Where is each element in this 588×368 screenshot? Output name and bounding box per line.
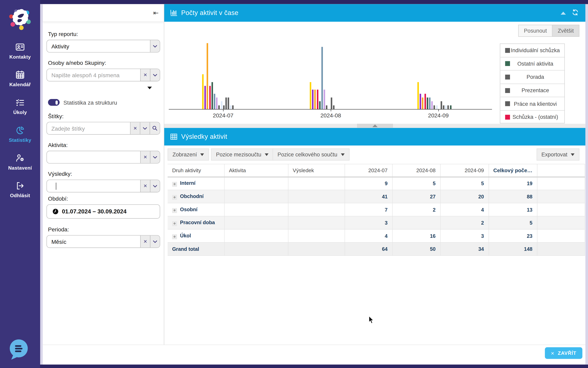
legend-item[interactable]: Schůzka - (ostatní) <box>500 110 564 123</box>
activity-clear[interactable]: × <box>140 151 150 163</box>
legend-item[interactable]: Prezentace <box>500 84 564 97</box>
bar-gray[interactable] <box>443 105 444 109</box>
bar-purple[interactable] <box>204 86 206 109</box>
bar-yellow[interactable] <box>202 74 204 109</box>
persons-groups-clear[interactable]: × <box>140 69 150 81</box>
column-header[interactable]: 2024-07 <box>345 164 392 177</box>
activity-chevron[interactable] <box>150 151 160 163</box>
perioda-clear[interactable]: × <box>140 236 150 248</box>
tags-chevron[interactable] <box>140 122 150 134</box>
bar-gray[interactable] <box>225 97 227 109</box>
bar-gray[interactable] <box>434 105 435 109</box>
structure-toggle[interactable] <box>48 99 60 106</box>
column-header[interactable]: Výsledek <box>288 164 345 177</box>
bar-gray[interactable] <box>218 105 220 109</box>
vertical-scrollbar[interactable] <box>585 4 588 365</box>
expand-more-icon[interactable] <box>147 87 152 89</box>
bar-gray[interactable] <box>331 97 332 109</box>
perioda-chevron[interactable] <box>150 236 160 248</box>
bar-lilac[interactable] <box>431 101 433 109</box>
report-type-chevron[interactable] <box>150 40 160 52</box>
activity-input[interactable]: × <box>46 151 160 164</box>
bar-gray[interactable] <box>228 97 229 109</box>
toolbar-button-1[interactable]: Zobrazení <box>168 149 209 161</box>
bar-orange[interactable] <box>422 97 424 109</box>
bar-red[interactable] <box>424 94 426 109</box>
sidebar-item-odhlasit[interactable]: Odhlásit <box>0 175 40 203</box>
refresh-icon[interactable] <box>572 9 579 17</box>
bar-lightblue[interactable] <box>230 105 232 109</box>
legend-item[interactable]: Porada <box>500 71 564 84</box>
persons-groups-chevron[interactable] <box>150 69 160 81</box>
legend-item[interactable]: Ostatní aktivita <box>500 57 564 71</box>
bar-green[interactable] <box>319 101 321 109</box>
sidebar-item-statistiky[interactable]: Statistiky <box>0 120 40 148</box>
results-label: Výsledky: <box>48 171 159 177</box>
bar-lilac[interactable] <box>324 90 325 109</box>
expand-row-icon[interactable]: + <box>172 221 177 226</box>
bar-orange[interactable] <box>314 90 316 109</box>
expand-row-icon[interactable]: + <box>172 182 177 187</box>
bar-lightblue[interactable] <box>436 105 438 109</box>
bar-yellow[interactable] <box>310 82 311 109</box>
results-clear[interactable]: × <box>140 180 150 192</box>
bar-green[interactable] <box>427 97 428 109</box>
bar-gray[interactable] <box>223 105 225 109</box>
bar-steel[interactable] <box>322 47 323 109</box>
bar-gray[interactable] <box>326 105 328 109</box>
expand-row-icon[interactable]: + <box>172 195 177 200</box>
legend-item[interactable]: Práce na klientovi <box>500 97 564 110</box>
report-type-label: Typ reportu: <box>48 31 159 37</box>
sidebar-item-ukoly[interactable]: Úkoly <box>0 92 40 120</box>
bar-purple[interactable] <box>420 94 421 109</box>
bar-green[interactable] <box>211 82 213 109</box>
zoom-button[interactable]: Zvětšit <box>552 25 579 37</box>
results-chevron[interactable] <box>150 180 160 192</box>
tags-input[interactable]: Zadejte štítky × <box>46 122 160 135</box>
collapse-chart-icon[interactable] <box>560 11 566 14</box>
app-logo[interactable] <box>7 7 33 33</box>
bar-orange[interactable] <box>207 43 208 109</box>
results-input[interactable]: × <box>46 180 160 193</box>
close-button[interactable]: × ZAVŘÍT <box>545 347 582 359</box>
sidebar-item-nastaveni[interactable]: Nastavení <box>0 148 40 175</box>
bar-gray[interactable] <box>441 101 442 109</box>
tags-search[interactable] <box>150 122 160 134</box>
column-header[interactable]: 2024-08 <box>392 164 440 177</box>
sidebar-item-kalendar[interactable]: Kalendář <box>0 64 40 92</box>
persons-groups-input[interactable]: Napište alespoň 4 písmena × <box>46 69 160 81</box>
splitter-handle[interactable] <box>357 124 393 128</box>
chat-bubble-button[interactable] <box>8 339 29 360</box>
bar-green[interactable] <box>450 105 451 109</box>
expand-row-icon[interactable]: + <box>172 234 177 239</box>
bar-purple[interactable] <box>312 90 314 109</box>
bar-steel[interactable] <box>214 94 215 109</box>
perioda-select[interactable]: Měsíc × <box>46 235 160 248</box>
sidebar-item-kontakty[interactable]: Kontakty <box>0 37 40 64</box>
bar-lilac[interactable] <box>216 97 218 109</box>
column-header[interactable]: Celkový poče… <box>489 164 537 177</box>
expand-row-icon[interactable]: + <box>172 208 177 213</box>
bar-gray[interactable] <box>333 105 335 109</box>
bar-yellow[interactable] <box>417 82 419 109</box>
column-header[interactable]: 2024-09 <box>440 164 489 177</box>
bar-steel[interactable] <box>429 97 431 109</box>
collapse-panel-icon[interactable]: ⇤ <box>153 9 159 16</box>
tags-clear[interactable]: × <box>130 122 140 134</box>
bar-gray[interactable] <box>232 105 234 109</box>
legend-item[interactable]: Individuální schůzka <box>500 44 564 57</box>
toolbar-button-3[interactable]: Pozice celkového součtu <box>273 149 349 161</box>
export-button[interactable]: Exportovat <box>537 149 579 161</box>
bar-lightblue[interactable] <box>220 101 222 109</box>
column-header[interactable]: Druh aktivity <box>168 164 224 177</box>
bar-gray[interactable] <box>448 105 449 109</box>
bar-red[interactable] <box>317 90 318 109</box>
date-range-button[interactable]: 01.07.2024 – 30.09.2024 <box>46 204 160 219</box>
bar-red[interactable] <box>209 86 211 109</box>
column-header[interactable]: Aktivita <box>224 164 288 177</box>
modal-footer: × ZAVŘÍT <box>43 345 585 364</box>
report-type-select[interactable]: Aktivity <box>46 40 160 53</box>
toolbar-button-2[interactable]: Pozice mezisoučtu <box>211 149 273 161</box>
bar-lightblue[interactable] <box>445 105 447 109</box>
pan-button[interactable]: Posunout <box>518 25 552 37</box>
